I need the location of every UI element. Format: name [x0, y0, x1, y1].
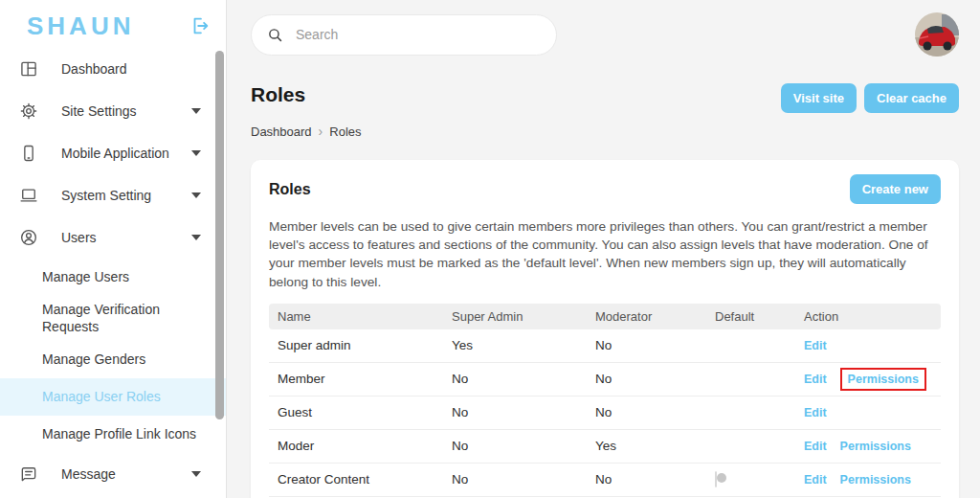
page-header: Roles Visit site Clear cache [251, 83, 959, 113]
edit-link[interactable]: Edit [804, 440, 827, 453]
gear-icon [19, 102, 38, 121]
chevron-down-icon [191, 471, 201, 477]
role-actions: Edit [804, 339, 941, 352]
dashboard-icon [19, 59, 38, 79]
sidebar-nav: DashboardSite SettingsMobile Application… [0, 48, 226, 495]
phone-icon [19, 144, 38, 163]
column-header-action: Action [804, 309, 941, 324]
sidebar-subitem-manage-users[interactable]: Manage Users [0, 259, 226, 296]
role-moderator: No [595, 338, 715, 352]
sidebar-item-message[interactable]: Message [0, 453, 226, 495]
roles-description: Member levels can be used to give certai… [269, 217, 941, 291]
edit-link[interactable]: Edit [804, 373, 827, 386]
laptop-icon [19, 186, 38, 205]
sidebar-item-label: Site Settings [61, 103, 191, 119]
column-header-super-admin: Super Admin [452, 309, 595, 324]
avatar[interactable] [915, 12, 959, 57]
role-name: Super admin [278, 338, 452, 352]
permissions-link[interactable]: Permissions [840, 473, 911, 487]
role-moderator: No [595, 472, 715, 487]
role-name: Creator Content [278, 472, 452, 487]
app-logo: SHAUN [27, 13, 134, 38]
role-super-admin: No [452, 405, 595, 419]
role-super-admin: Yes [452, 338, 595, 352]
role-actions: EditPermissions [804, 440, 941, 453]
role-name: Moder [278, 439, 452, 453]
search-icon [267, 27, 283, 43]
edit-link[interactable]: Edit [804, 339, 827, 352]
logout-icon[interactable] [189, 15, 211, 36]
sidebar-scrollbar[interactable] [215, 51, 224, 419]
chevron-down-icon [191, 235, 201, 240]
sidebar-item-label: System Setting [61, 188, 191, 203]
column-header-moderator: Moderator [595, 309, 715, 324]
breadcrumb: Dashboard › Roles [251, 124, 959, 139]
sidebar-item-label: Mobile Application [61, 146, 191, 161]
breadcrumb-current: Roles [329, 124, 361, 139]
table-row: GuestNoNoEdit [269, 396, 941, 430]
create-new-button[interactable]: Create new [850, 174, 941, 204]
roles-table: Name Super Admin Moderator Default Actio… [269, 304, 941, 497]
clear-cache-button[interactable]: Clear cache [864, 83, 959, 113]
role-super-admin: No [452, 372, 595, 386]
sidebar-item-label: Dashboard [61, 61, 201, 77]
role-name: Guest [278, 405, 452, 419]
sidebar-subitem-manage-genders[interactable]: Manage Genders [0, 341, 226, 378]
role-actions: EditPermissions [804, 473, 941, 487]
role-moderator: Yes [595, 439, 715, 453]
card-title: Roles [269, 181, 311, 198]
role-super-admin: No [452, 472, 595, 487]
chevron-down-icon [191, 108, 201, 114]
chevron-down-icon [191, 150, 201, 156]
annotation-highlight-box: Permissions [840, 368, 926, 391]
column-header-name: Name [278, 309, 452, 324]
topbar [251, 12, 959, 57]
red-car-avatar-image [915, 12, 959, 57]
edit-link[interactable]: Edit [804, 473, 827, 487]
sidebar-item-mobile-application[interactable]: Mobile Application [0, 132, 226, 174]
table-row: MemberNoNoEditPermissions [269, 363, 941, 396]
sidebar-item-label: Message [61, 466, 191, 482]
sidebar-item-dashboard[interactable]: Dashboard [0, 48, 226, 90]
sidebar-item-system-setting[interactable]: System Setting [0, 174, 226, 216]
sidebar-subitem-manage-verification-requests[interactable]: Manage Verification Requests [0, 296, 226, 341]
role-moderator: No [595, 372, 715, 386]
breadcrumb-dashboard-link[interactable]: Dashboard [251, 124, 312, 139]
table-row: ModerNoYesEditPermissions [269, 430, 941, 464]
column-header-default: Default [715, 309, 804, 324]
table-row: Super adminYesNoEdit [269, 329, 941, 363]
sidebar: SHAUN DashboardSite SettingsMobile Appli… [0, 0, 227, 498]
page-title: Roles [251, 83, 305, 106]
role-actions: EditPermissions [804, 371, 941, 388]
permissions-link[interactable]: Permissions [840, 440, 911, 453]
breadcrumb-chevron-icon: › [319, 124, 323, 139]
roles-card: Roles Create new Member levels can be us… [251, 160, 959, 498]
main-content: Roles Visit site Clear cache Dashboard ›… [227, 0, 980, 498]
sidebar-subitem-manage-user-roles[interactable]: Manage User Roles [0, 378, 226, 416]
default-toggle-off[interactable] [715, 471, 717, 487]
chat-icon [19, 464, 38, 484]
user-circle-icon [19, 228, 38, 247]
role-moderator: No [595, 405, 715, 419]
visit-site-button[interactable]: Visit site [781, 83, 857, 113]
search-input[interactable] [296, 27, 516, 42]
search-bar[interactable] [251, 14, 557, 56]
chevron-down-icon [191, 192, 201, 198]
role-actions: Edit [804, 406, 941, 419]
role-name: Member [278, 372, 452, 386]
table-header-row: Name Super Admin Moderator Default Actio… [269, 304, 941, 329]
edit-link[interactable]: Edit [804, 406, 827, 419]
role-super-admin: No [452, 439, 595, 453]
sidebar-item-label: Users [61, 230, 191, 245]
permissions-link[interactable]: Permissions [848, 373, 919, 386]
table-row: Creator ContentNoNoEditPermissions [269, 464, 941, 497]
role-default-cell [715, 472, 804, 487]
sidebar-item-site-settings[interactable]: Site Settings [0, 90, 226, 132]
sidebar-subitem-manage-profile-link-icons[interactable]: Manage Profile Link Icons [0, 416, 226, 453]
sidebar-item-users[interactable]: Users [0, 216, 226, 259]
